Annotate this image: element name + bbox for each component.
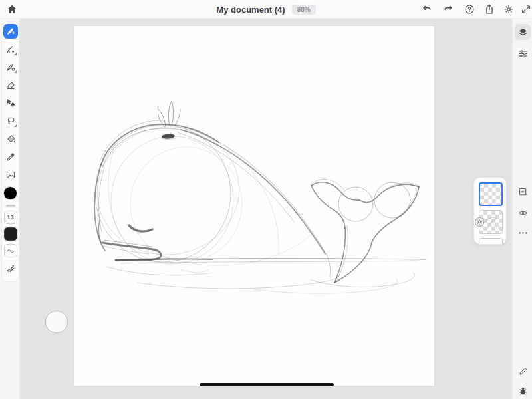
document-title[interactable]: My document (4): [216, 5, 285, 15]
layer-thumbnail-background[interactable]: [479, 238, 503, 245]
move-icon: [5, 98, 16, 108]
tool-move[interactable]: [3, 96, 18, 110]
share-icon: [483, 3, 495, 15]
layer-thumbnail-1[interactable]: [479, 182, 503, 206]
tool-panel: 13: [1, 21, 19, 282]
help-icon: [464, 3, 475, 15]
adjustments-tab[interactable]: [515, 45, 531, 61]
layers-tab[interactable]: [515, 24, 531, 40]
canvas-area: [20, 19, 512, 399]
bug-report-button[interactable]: [515, 383, 531, 399]
more-options-icon: [517, 227, 529, 239]
tool-eraser[interactable]: [3, 78, 18, 92]
smoothing-wave-icon: [6, 246, 15, 255]
add-layer-icon: [517, 186, 529, 198]
redo-button[interactable]: [440, 1, 456, 17]
home-indicator-bar[interactable]: [200, 383, 334, 386]
suboptions-indicator: [14, 53, 17, 55]
stylus-icon: [517, 366, 529, 377]
zoom-level-badge[interactable]: 88%: [292, 5, 316, 15]
settings-button[interactable]: [501, 1, 517, 17]
top-bar: My document (4) 88%: [0, 0, 532, 19]
tool-vector-brush[interactable]: [3, 60, 18, 74]
panel-drag-handle[interactable]: [6, 205, 15, 207]
right-sidebar: [512, 19, 532, 399]
smoothing-control[interactable]: [4, 244, 17, 257]
color-well[interactable]: [4, 187, 17, 200]
adjustments-icon: [517, 48, 529, 59]
fill-icon: [5, 134, 16, 144]
whale-sketch: [74, 26, 434, 386]
layer-more-options-button[interactable]: [515, 225, 531, 241]
settings-gear-icon: [503, 3, 515, 15]
stylus-button[interactable]: [515, 363, 531, 379]
share-button[interactable]: [481, 1, 497, 17]
layers-icon: [517, 27, 529, 38]
secondary-swatch[interactable]: [4, 227, 17, 241]
undo-button[interactable]: [419, 1, 435, 17]
layer-status-icon: [475, 217, 484, 227]
undo-icon: [421, 3, 433, 15]
eyedropper-icon: [5, 152, 16, 162]
add-layer-button[interactable]: [515, 184, 531, 200]
pixel-brush-icon: [5, 26, 16, 37]
suboptions-indicator: [14, 124, 17, 127]
tool-pixel-brush[interactable]: [3, 24, 18, 39]
layer-visibility-button[interactable]: [515, 205, 531, 221]
brush-settings-button[interactable]: [3, 261, 18, 275]
tool-eyedropper[interactable]: [3, 150, 18, 164]
tool-fill[interactable]: [3, 132, 18, 146]
layer-visibility-icon: [517, 207, 529, 219]
redo-icon: [442, 3, 454, 15]
bug-icon: [517, 386, 529, 397]
brush-size-value: 13: [7, 214, 13, 221]
help-button[interactable]: [462, 1, 477, 17]
fullscreen-button[interactable]: [518, 1, 532, 17]
fullscreen-icon: [521, 4, 531, 15]
layers-panel: [473, 177, 507, 245]
document-canvas[interactable]: [74, 26, 434, 386]
tool-live-brush[interactable]: [3, 42, 18, 57]
brush-size-control[interactable]: 13: [4, 211, 17, 224]
place-image-icon: [5, 170, 16, 180]
layer-thumbnail-2[interactable]: [479, 210, 503, 234]
brush-settings-icon: [5, 263, 16, 273]
eraser-icon: [5, 80, 16, 90]
suboptions-indicator: [14, 70, 17, 73]
tool-place-image[interactable]: [3, 168, 18, 182]
touch-shortcut-button[interactable]: [45, 311, 68, 333]
tool-lasso[interactable]: [3, 114, 18, 128]
